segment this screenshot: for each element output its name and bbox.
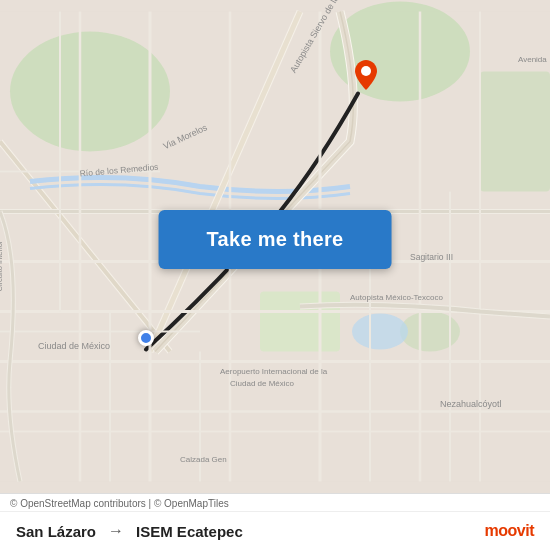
moovit-text: moovit bbox=[485, 522, 534, 540]
svg-text:Sagitario III: Sagitario III bbox=[410, 252, 453, 262]
svg-text:Autopista México-Texcoco: Autopista México-Texcoco bbox=[350, 293, 443, 302]
route-bar: San Lázaro → ISEM Ecatepec moovit bbox=[0, 512, 550, 550]
attribution: © OpenStreetMap contributors | © OpenMap… bbox=[0, 494, 550, 512]
svg-text:Avenida: Avenida bbox=[518, 55, 547, 64]
svg-text:Nezahualcóyotl: Nezahualcóyotl bbox=[440, 399, 502, 409]
svg-text:Calzada Gen: Calzada Gen bbox=[180, 455, 227, 464]
svg-rect-5 bbox=[480, 72, 550, 192]
origin-dot bbox=[138, 330, 154, 346]
moovit-logo: moovit bbox=[485, 522, 534, 540]
take-me-there-button[interactable]: Take me there bbox=[159, 210, 392, 269]
bottom-bar: © OpenStreetMap contributors | © OpenMap… bbox=[0, 493, 550, 550]
svg-point-6 bbox=[352, 314, 408, 350]
svg-text:Ciudad de México: Ciudad de México bbox=[230, 379, 295, 388]
svg-point-1 bbox=[10, 32, 170, 152]
svg-text:Ciudad de México: Ciudad de México bbox=[38, 341, 110, 351]
origin-label: San Lázaro bbox=[16, 523, 96, 540]
svg-text:Circuito Interior: Circuito Interior bbox=[0, 240, 4, 291]
destination-pin bbox=[355, 60, 377, 90]
map-container: Via Morelos Autopista Siervo de la Nació… bbox=[0, 0, 550, 493]
svg-point-43 bbox=[361, 66, 371, 76]
arrow-icon: → bbox=[108, 522, 124, 540]
svg-rect-3 bbox=[260, 292, 340, 352]
app: Via Morelos Autopista Siervo de la Nació… bbox=[0, 0, 550, 550]
svg-text:Aeropuerto Internacional de la: Aeropuerto Internacional de la bbox=[220, 367, 328, 376]
destination-label: ISEM Ecatepec bbox=[136, 523, 243, 540]
